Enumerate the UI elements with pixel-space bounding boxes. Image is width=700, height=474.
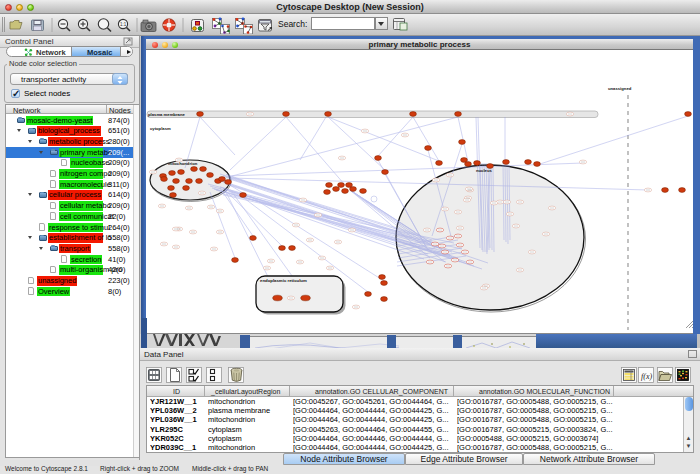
svg-text:mitochondrion: mitochondrion: [168, 161, 198, 166]
svg-text:unassigned: unassigned: [608, 86, 632, 91]
svg-text:1:1: 1:1: [120, 22, 127, 27]
svg-text:plasma membrane: plasma membrane: [148, 112, 185, 117]
svg-text:f(x): f(x): [641, 372, 652, 381]
svg-text:endoplasmic reticulum: endoplasmic reticulum: [260, 278, 307, 283]
svg-text:nucleus: nucleus: [476, 168, 492, 173]
svg-text:cytoplasm: cytoplasm: [150, 126, 171, 131]
